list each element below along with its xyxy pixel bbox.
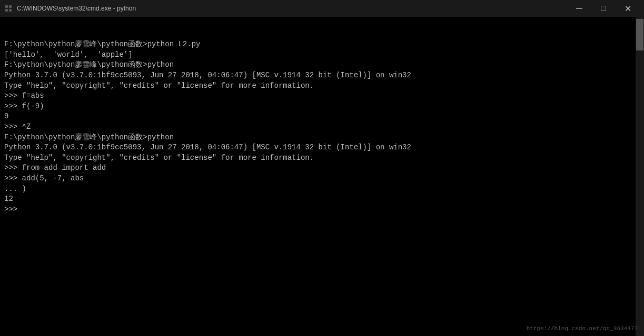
terminal-line: ... ) [4,184,631,195]
terminal-line: Type "help", "copyright", "credits" or "… [4,153,631,164]
terminal-line: F:\python\python廖雪峰\python函数>python [4,133,631,143]
scrollbar[interactable] [636,17,644,336]
terminal-line: Type "help", "copyright", "credits" or "… [4,81,631,91]
cmd-window: C:\WINDOWS\system32\cmd.exe - python ─ □… [0,0,644,336]
watermark: https://blog.csdn.net/qq_3634477 [527,325,638,332]
svg-rect-1 [5,5,8,8]
close-button[interactable]: ✕ [616,0,640,17]
terminal-line: >>> f=abs [4,91,631,101]
title-bar: C:\WINDOWS\system32\cmd.exe - python ─ □… [0,0,644,17]
maximize-button[interactable]: □ [591,0,616,17]
title-bar-left: C:\WINDOWS\system32\cmd.exe - python [4,4,136,13]
terminal-line: F:\python\python廖雪峰\python函数>python L2.p… [4,39,631,50]
title-bar-controls: ─ □ ✕ [567,0,640,17]
svg-rect-4 [9,9,12,12]
svg-rect-2 [9,5,12,8]
terminal-line: >>> from add import add [4,163,631,174]
minimize-button[interactable]: ─ [567,0,591,17]
scrollbar-thumb[interactable] [636,19,643,50]
terminal-line: >>> ^Z [4,122,631,133]
window-title: C:\WINDOWS\system32\cmd.exe - python [17,5,136,12]
terminal-line: >>> f(-9) [4,101,631,112]
content-area: F:\python\python廖雪峰\python函数>python L2.p… [0,17,644,336]
cmd-icon [4,4,13,13]
svg-rect-3 [5,9,8,12]
terminal-line: ['hello', 'world', 'apple'] [4,50,631,60]
terminal-line: 12 [4,194,631,205]
terminal-line: F:\python\python廖雪峰\python函数>python [4,60,631,70]
terminal-line: >>> add(5, -7, abs [4,174,631,184]
terminal-line: >>> [4,205,631,215]
terminal-output[interactable]: F:\python\python廖雪峰\python函数>python L2.p… [0,17,636,336]
terminal-line: Python 3.7.0 (v3.7.0:1bf9cc5093, Jun 27 … [4,142,631,153]
terminal-line: 9 [4,111,631,122]
terminal-line: Python 3.7.0 (v3.7.0:1bf9cc5093, Jun 27 … [4,70,631,81]
